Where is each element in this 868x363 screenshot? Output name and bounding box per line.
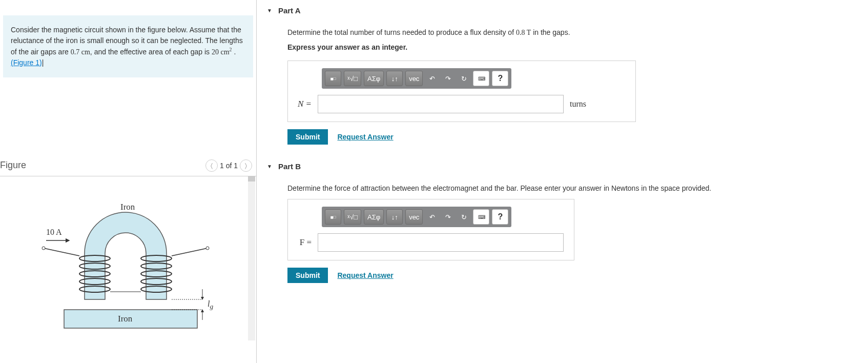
part-a-answer-box: ■□ ᵡ√□ ΑΣφ ↓↑ vec ↶ ↷ ↻ ⌨ ? N = turns <box>287 60 636 122</box>
figure-scroll-thumb[interactable] <box>248 176 255 182</box>
greek-button[interactable]: ΑΣφ <box>364 209 384 225</box>
redo-button[interactable]: ↷ <box>441 71 454 86</box>
svg-line-17 <box>172 248 208 256</box>
keyboard-button[interactable]: ⌨ <box>473 209 489 225</box>
svg-line-15 <box>44 248 79 256</box>
subsup-button[interactable]: ↓↑ <box>386 71 403 86</box>
intro-text-3: . <box>232 48 236 56</box>
root-button[interactable]: ᵡ√□ <box>344 209 361 225</box>
templates-button[interactable]: ■□ <box>325 209 341 225</box>
problem-statement: Consider the magnetic circuit shown in t… <box>3 15 253 77</box>
part-a-question: Determine the total number of turns need… <box>287 27 858 38</box>
reset-button[interactable]: ↻ <box>457 71 470 86</box>
undo-button[interactable]: ↶ <box>425 71 439 86</box>
collapse-icon: ▼ <box>267 8 272 13</box>
figure-pager: 〈 1 of 1 〉 <box>205 159 252 172</box>
figure-label-iron-bar: Iron <box>118 314 132 324</box>
part-b-submit-button[interactable]: Submit <box>287 268 328 283</box>
part-a-prefix: N = <box>296 99 312 109</box>
greek-button[interactable]: ΑΣφ <box>364 71 384 86</box>
next-figure-button[interactable]: 〉 <box>240 159 252 172</box>
help-button[interactable]: ? <box>492 71 508 86</box>
formula-toolbar-a: ■□ ᵡ√□ ΑΣφ ↓↑ vec ↶ ↷ ↻ ⌨ ? <box>322 68 511 89</box>
figure-label-gap: lg <box>208 299 213 311</box>
templates-button[interactable]: ■□ <box>325 71 341 86</box>
part-b-answer-box: ■□ ᵡ√□ ΑΣφ ↓↑ vec ↶ ↷ ↻ ⌨ ? F = <box>287 199 574 260</box>
part-a-request-answer-link[interactable]: Request Answer <box>337 133 393 141</box>
figure-label-iron-top: Iron <box>120 202 135 212</box>
undo-button[interactable]: ↶ <box>425 209 439 225</box>
figure-link[interactable]: (Figure 1) <box>11 58 42 67</box>
figure-image: Iron Iron 10 A lg <box>18 187 238 340</box>
part-b-answer-input[interactable] <box>318 233 564 252</box>
vec-button[interactable]: vec <box>405 71 423 86</box>
gap-length-value: 0.7 cm <box>71 48 90 56</box>
vec-button[interactable]: vec <box>405 209 423 225</box>
part-b-prefix: F = <box>296 237 312 248</box>
collapse-icon: ▼ <box>267 164 272 169</box>
figure-header: Figure 〈 1 of 1 〉 <box>0 154 256 176</box>
gap-area-value: 20 cm <box>212 48 230 56</box>
part-a-title: Part A <box>278 6 301 15</box>
prev-figure-button[interactable]: 〈 <box>205 159 218 172</box>
svg-point-18 <box>206 247 209 250</box>
part-a-suffix: turns <box>570 99 586 109</box>
part-a-instruction: Express your answer as an integer. <box>287 43 858 51</box>
figure-title: Figure <box>0 160 26 171</box>
part-b-question: Determine the force of attraction betwee… <box>287 183 858 194</box>
subsup-button[interactable]: ↓↑ <box>386 209 403 225</box>
reset-button[interactable]: ↻ <box>457 209 470 225</box>
keyboard-button[interactable]: ⌨ <box>473 71 489 86</box>
figure-label-current: 10 A <box>46 228 62 237</box>
part-b-request-answer-link[interactable]: Request Answer <box>337 271 393 279</box>
part-a-answer-input[interactable] <box>318 95 564 113</box>
part-b-title: Part B <box>278 162 301 171</box>
pager-text: 1 of 1 <box>220 162 238 170</box>
root-button[interactable]: ᵡ√□ <box>344 71 361 86</box>
help-button[interactable]: ? <box>492 209 508 225</box>
figure-viewport: Iron Iron 10 A lg <box>0 176 256 340</box>
part-a-header[interactable]: ▼ Part A <box>267 4 858 17</box>
intro-text-2: , and the effective area of each gap is <box>90 48 212 56</box>
svg-point-16 <box>42 247 45 250</box>
redo-button[interactable]: ↷ <box>441 209 454 225</box>
formula-toolbar-b: ■□ ᵡ√□ ΑΣφ ↓↑ vec ↶ ↷ ↻ ⌨ ? <box>322 207 511 227</box>
figure-scrollbar[interactable] <box>248 176 255 340</box>
part-b-header[interactable]: ▼ Part B <box>267 160 858 173</box>
part-a-submit-button[interactable]: Submit <box>287 129 328 145</box>
